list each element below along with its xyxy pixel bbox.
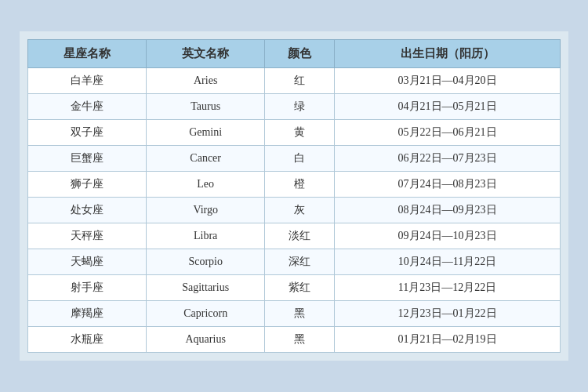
table-header-row: 星座名称 英文名称 颜色 出生日期（阳历） <box>28 40 561 68</box>
cell-chinese-name: 天蝎座 <box>28 249 147 275</box>
cell-dates: 06月22日—07月23日 <box>335 146 561 172</box>
cell-dates: 04月21日—05月21日 <box>335 94 561 120</box>
cell-chinese-name: 金牛座 <box>28 94 147 120</box>
cell-chinese-name: 天秤座 <box>28 223 147 249</box>
cell-english-name: Virgo <box>147 198 265 223</box>
cell-chinese-name: 白羊座 <box>28 68 147 94</box>
cell-dates: 05月22日—06月21日 <box>335 120 561 146</box>
cell-english-name: Cancer <box>147 146 265 172</box>
cell-english-name: Aquarius <box>147 327 265 353</box>
cell-color: 黑 <box>265 301 335 327</box>
cell-color: 黑 <box>265 327 335 353</box>
header-english-name: 英文名称 <box>147 40 265 68</box>
cell-dates: 07月24日—08月23日 <box>335 172 561 198</box>
cell-dates: 01月21日—02月19日 <box>335 327 561 353</box>
table-row: 白羊座Aries红03月21日—04月20日 <box>28 68 561 94</box>
header-color: 颜色 <box>265 40 335 68</box>
zodiac-table: 星座名称 英文名称 颜色 出生日期（阳历） 白羊座Aries红03月21日—04… <box>27 39 561 353</box>
cell-english-name: Libra <box>147 223 265 249</box>
cell-chinese-name: 摩羯座 <box>28 301 147 327</box>
cell-color: 灰 <box>265 198 335 223</box>
cell-english-name: Scorpio <box>147 249 265 275</box>
cell-english-name: Capricorn <box>147 301 265 327</box>
cell-english-name: Aries <box>147 68 265 94</box>
cell-dates: 03月21日—04月20日 <box>335 68 561 94</box>
cell-dates: 12月23日—01月22日 <box>335 301 561 327</box>
cell-color: 淡红 <box>265 223 335 249</box>
cell-chinese-name: 处女座 <box>28 198 147 223</box>
table-row: 天蝎座Scorpio深红10月24日—11月22日 <box>28 249 561 275</box>
table-row: 狮子座Leo橙07月24日—08月23日 <box>28 172 561 198</box>
cell-color: 紫红 <box>265 275 335 301</box>
table-row: 巨蟹座Cancer白06月22日—07月23日 <box>28 146 561 172</box>
cell-english-name: Taurus <box>147 94 265 120</box>
cell-english-name: Leo <box>147 172 265 198</box>
cell-dates: 09月24日—10月23日 <box>335 223 561 249</box>
cell-color: 橙 <box>265 172 335 198</box>
table-row: 处女座Virgo灰08月24日—09月23日 <box>28 198 561 223</box>
header-dates: 出生日期（阳历） <box>335 40 561 68</box>
table-row: 水瓶座Aquarius黑01月21日—02月19日 <box>28 327 561 353</box>
cell-color: 红 <box>265 68 335 94</box>
cell-chinese-name: 狮子座 <box>28 172 147 198</box>
main-container: 星座名称 英文名称 颜色 出生日期（阳历） 白羊座Aries红03月21日—04… <box>20 31 568 361</box>
cell-chinese-name: 水瓶座 <box>28 327 147 353</box>
cell-color: 绿 <box>265 94 335 120</box>
table-row: 摩羯座Capricorn黑12月23日—01月22日 <box>28 301 561 327</box>
cell-dates: 10月24日—11月22日 <box>335 249 561 275</box>
table-row: 射手座Sagittarius紫红11月23日—12月22日 <box>28 275 561 301</box>
cell-chinese-name: 射手座 <box>28 275 147 301</box>
cell-chinese-name: 巨蟹座 <box>28 146 147 172</box>
cell-color: 深红 <box>265 249 335 275</box>
cell-chinese-name: 双子座 <box>28 120 147 146</box>
header-chinese-name: 星座名称 <box>28 40 147 68</box>
cell-dates: 11月23日—12月22日 <box>335 275 561 301</box>
table-row: 双子座Gemini黄05月22日—06月21日 <box>28 120 561 146</box>
cell-dates: 08月24日—09月23日 <box>335 198 561 223</box>
cell-english-name: Gemini <box>147 120 265 146</box>
table-row: 天秤座Libra淡红09月24日—10月23日 <box>28 223 561 249</box>
cell-color: 黄 <box>265 120 335 146</box>
cell-color: 白 <box>265 146 335 172</box>
cell-english-name: Sagittarius <box>147 275 265 301</box>
table-row: 金牛座Taurus绿04月21日—05月21日 <box>28 94 561 120</box>
